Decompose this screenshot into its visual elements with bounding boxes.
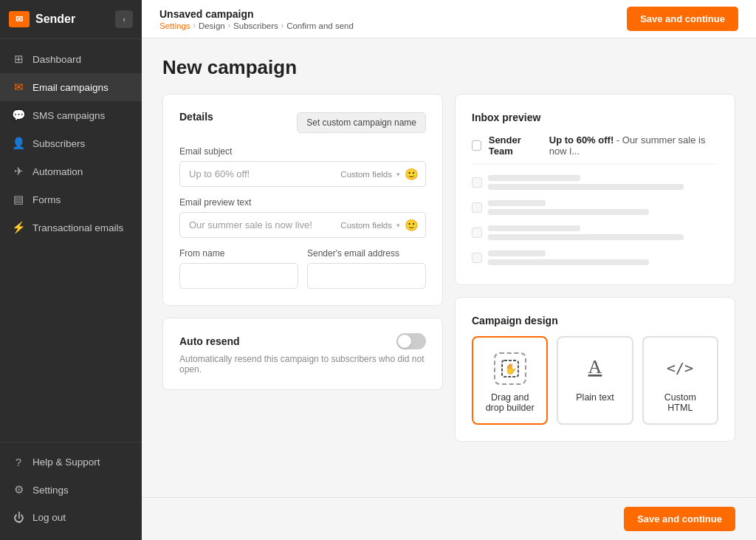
emoji-icon-2[interactable]: 🙂: [405, 219, 419, 232]
email-subject-suffix: Custom fields ▾ 🙂: [340, 168, 419, 181]
main-area: Unsaved campaign Settings › Design › Sub…: [142, 0, 756, 540]
preview-line: [488, 200, 546, 206]
preview-line: [488, 250, 546, 256]
logo-icon: ✉: [9, 11, 30, 27]
sidebar-item-transactional[interactable]: ⚡ Transactional emails: [0, 213, 142, 242]
preview-line: [488, 234, 684, 240]
sidebar-item-label: SMS campaigns: [32, 110, 105, 121]
campaign-title: Unsaved campaign: [159, 8, 354, 20]
svg-text:✋: ✋: [504, 363, 517, 375]
sender-email-input[interactable]: newsletter@sender.net: [307, 263, 426, 289]
from-name-group: From name Sender Team: [179, 248, 298, 289]
collapse-button[interactable]: ‹: [115, 10, 133, 28]
emoji-icon[interactable]: 🙂: [405, 168, 419, 181]
forms-icon: ▤: [12, 193, 25, 206]
plain-text-label: Plain text: [576, 392, 614, 403]
automation-icon: ✈: [12, 165, 25, 178]
sidebar-item-automation[interactable]: ✈ Automation: [0, 157, 142, 185]
breadcrumb-settings[interactable]: Settings: [159, 21, 190, 30]
preview-line: [488, 225, 580, 231]
breadcrumb-subscribers[interactable]: Subscribers: [233, 21, 278, 30]
save-continue-button-bottom[interactable]: Save and continue: [624, 507, 735, 531]
app-logo: ✉ Sender: [9, 11, 75, 27]
chevron-down-icon: ▾: [396, 171, 400, 178]
sidebar-item-label: Settings: [32, 485, 69, 496]
custom-html-icon: </>: [667, 352, 693, 385]
sidebar-item-sms-campaigns[interactable]: 💬 SMS campaigns: [0, 101, 142, 129]
design-options: ✋ Drag and drop builder A Plain: [472, 336, 718, 425]
transactional-icon: ⚡: [12, 221, 25, 234]
sidebar: ✉ Sender ‹ ⊞ Dashboard ✉ Email campaigns…: [0, 0, 142, 540]
email-subject-wrap: Custom fields ▾ 🙂: [179, 161, 426, 187]
page-title: New campaign: [162, 56, 735, 79]
sidebar-item-label: Subscribers: [32, 138, 85, 149]
breadcrumb-design[interactable]: Design: [199, 21, 225, 30]
details-header: Details Set custom campaign name: [179, 111, 426, 134]
row-checkbox: [472, 228, 482, 238]
sender-email-label: Sender's email address: [307, 248, 426, 259]
sms-icon: 💬: [12, 109, 25, 122]
preview-lines: [488, 250, 718, 265]
breadcrumb: Settings › Design › Subscribers › Confir…: [159, 21, 354, 30]
svg-text:A: A: [588, 356, 602, 377]
dashboard-icon: ⊞: [12, 52, 25, 66]
subscribers-icon: 👤: [12, 137, 25, 150]
sidebar-item-label: Transactional emails: [32, 222, 123, 233]
preview-checkbox: [472, 140, 481, 151]
breadcrumb-confirm[interactable]: Confirm and send: [286, 21, 354, 30]
preview-line: [488, 175, 580, 181]
row-checkbox: [472, 253, 482, 263]
sidebar-item-email-campaigns[interactable]: ✉ Email campaigns: [0, 73, 142, 101]
help-support-item[interactable]: ? Help & Support: [0, 448, 142, 476]
sidebar-item-dashboard[interactable]: ⊞ Dashboard: [0, 45, 142, 73]
design-option-plain-text[interactable]: A Plain text: [557, 336, 633, 425]
custom-fields-label[interactable]: Custom fields: [340, 170, 392, 179]
settings-item[interactable]: ⚙ Settings: [0, 476, 142, 504]
email-preview-suffix: Custom fields ▾ 🙂: [340, 219, 419, 232]
design-option-drag-drop[interactable]: ✋ Drag and drop builder: [472, 336, 548, 425]
left-column: Details Set custom campaign name Email s…: [162, 94, 443, 442]
campaign-design-card: Campaign design ✋ Drag and drop builder: [455, 297, 735, 442]
auto-resend-toggle[interactable]: [396, 333, 426, 349]
from-name-input[interactable]: Sender Team: [179, 263, 298, 289]
sidebar-item-forms[interactable]: ▤ Forms: [0, 185, 142, 213]
help-icon: ?: [12, 456, 25, 468]
preview-lines: [488, 200, 718, 215]
sidebar-item-label: Log out: [32, 512, 66, 523]
inbox-preview-card: Inbox preview Sender Team Up to 60% off!…: [455, 94, 735, 285]
logout-icon: ⏻: [12, 511, 25, 524]
email-subject-label: Email subject: [179, 146, 426, 157]
breadcrumb-sep-3: ›: [281, 21, 284, 30]
preview-line: [488, 259, 649, 265]
email-preview-wrap: Custom fields ▾ 🙂: [179, 212, 426, 238]
set-custom-campaign-button[interactable]: Set custom campaign name: [297, 112, 426, 133]
campaign-design-title: Campaign design: [472, 315, 558, 327]
preview-line: [488, 209, 649, 215]
details-title: Details: [179, 111, 213, 123]
design-option-custom-html[interactable]: </> Custom HTML: [642, 336, 718, 425]
sidebar-item-label: Help & Support: [32, 457, 100, 468]
preview-row-2: [472, 197, 718, 218]
sidebar-header: ✉ Sender ‹: [0, 0, 142, 39]
settings-icon: ⚙: [12, 483, 25, 496]
preview-row-4: [472, 247, 718, 268]
save-continue-button-top[interactable]: Save and continue: [627, 7, 738, 31]
sidebar-nav: ⊞ Dashboard ✉ Email campaigns 💬 SMS camp…: [0, 39, 142, 442]
custom-fields-label-2[interactable]: Custom fields: [340, 221, 392, 230]
preview-header-row: Sender Team Up to 60% off! - Our summer …: [472, 134, 718, 165]
preview-list: [472, 172, 718, 268]
plain-text-icon: A: [582, 352, 608, 385]
sidebar-item-label: Automation: [32, 166, 83, 177]
sidebar-item-subscribers[interactable]: 👤 Subscribers: [0, 129, 142, 157]
row-checkbox: [472, 202, 482, 213]
bottom-bar: Save and continue: [142, 497, 756, 540]
sender-email-group: Sender's email address newsletter@sender…: [307, 248, 426, 289]
sidebar-item-label: Dashboard: [32, 54, 81, 65]
main-grid: Details Set custom campaign name Email s…: [162, 94, 735, 442]
row-checkbox: [472, 177, 482, 188]
email-campaigns-icon: ✉: [12, 81, 25, 94]
custom-html-label: Custom HTML: [653, 392, 708, 413]
logout-item[interactable]: ⏻ Log out: [0, 504, 142, 531]
from-name-label: From name: [179, 248, 298, 259]
inbox-preview-title: Inbox preview: [472, 112, 540, 123]
